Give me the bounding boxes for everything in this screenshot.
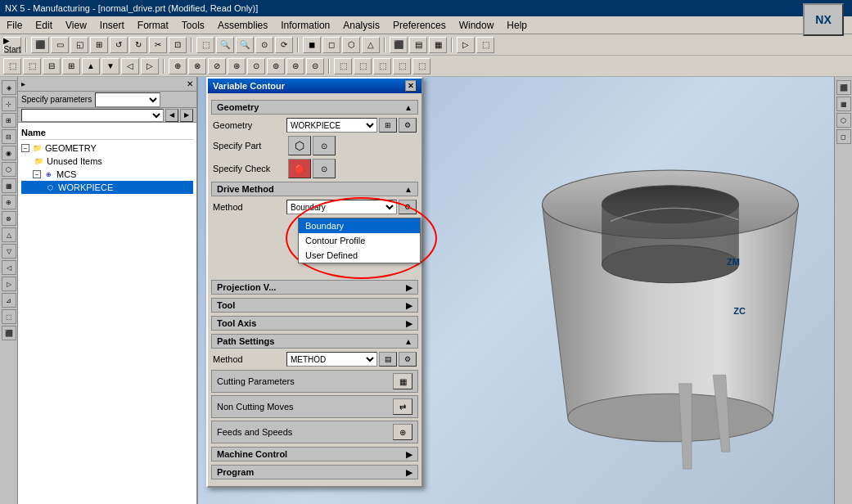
geometry-edit-btn[interactable]: ⊞ [379, 118, 397, 133]
tb2-btn-7[interactable]: ◁ [121, 58, 139, 74]
tool-axis-section-header[interactable]: Tool Axis ▶ [211, 316, 418, 331]
dropdown-boundary[interactable]: Boundary [299, 218, 420, 233]
tb2-btn-18[interactable]: ⬚ [354, 58, 372, 74]
tb2-btn-4[interactable]: ⊞ [62, 58, 80, 74]
geometry-expand[interactable]: − [21, 144, 29, 152]
tb2-btn-14[interactable]: ⊚ [267, 58, 285, 74]
menu-insert[interactable]: Insert [93, 18, 131, 33]
right-icon-1[interactable]: ⬛ [836, 80, 851, 95]
side-icon-14[interactable]: ⊿ [2, 293, 16, 308]
specify-part-btn1[interactable]: ⬡ [288, 136, 311, 155]
specify-part-btn2[interactable]: ⊙ [313, 136, 336, 155]
tb2-btn-5[interactable]: ▲ [82, 58, 100, 74]
path-method-btn1[interactable]: ▤ [379, 352, 397, 367]
tb-start[interactable]: ▶ Start [3, 37, 21, 53]
tb2-btn-10[interactable]: ⊗ [188, 58, 206, 74]
nav-combo[interactable] [21, 109, 164, 122]
specify-check-btn1[interactable]: 🔴 [288, 159, 311, 178]
machine-control-section-header[interactable]: Machine Control ▶ [211, 447, 418, 461]
tb-btn-18[interactable]: ⬛ [390, 37, 408, 53]
non-cutting-item[interactable]: Non Cutting Moves ⇄ [211, 395, 418, 418]
tb-btn-15[interactable]: ◻ [322, 37, 340, 53]
method-combo[interactable]: Boundary Contour Profile User Defined [286, 200, 397, 214]
tb-btn-21[interactable]: ▷ [457, 37, 475, 53]
dialog-titlebar[interactable]: Variable Contour ✕ [208, 79, 421, 93]
drive-method-section-header[interactable]: Drive Method ▲ [211, 182, 418, 196]
tb2-btn-9[interactable]: ⊕ [169, 58, 187, 74]
side-icon-1[interactable]: ◈ [2, 80, 16, 95]
feeds-speeds-icon[interactable]: ⊕ [393, 424, 412, 440]
side-icon-5[interactable]: ◉ [2, 146, 16, 160]
tb2-btn-13[interactable]: ⊙ [247, 58, 265, 74]
menu-file[interactable]: File [0, 18, 29, 33]
path-settings-section-header[interactable]: Path Settings ▲ [211, 334, 418, 349]
tb-btn-19[interactable]: ▤ [409, 37, 427, 53]
non-cutting-icon[interactable]: ⇄ [393, 398, 412, 415]
side-icon-13[interactable]: ▷ [2, 277, 16, 291]
path-method-combo[interactable]: METHOD [286, 352, 377, 367]
tb-btn-5[interactable]: ↺ [110, 37, 128, 53]
side-icon-9[interactable]: ⊗ [2, 211, 16, 226]
tb-btn-14[interactable]: ◼ [303, 37, 321, 53]
tree-item-workpiece[interactable]: ⬡ WORKPIECE [21, 181, 193, 194]
right-icon-2[interactable]: ▦ [836, 97, 851, 111]
menu-view[interactable]: View [59, 18, 93, 33]
menu-window[interactable]: Window [453, 18, 501, 33]
side-icon-15[interactable]: ⬚ [2, 309, 16, 324]
tb-btn-10[interactable]: 🔍 [216, 37, 234, 53]
tb2-btn-2[interactable]: ⬚ [23, 58, 41, 74]
specify-check-btn2[interactable]: ⊙ [313, 159, 336, 178]
tb-btn-17[interactable]: △ [362, 37, 380, 53]
menu-format[interactable]: Format [131, 18, 175, 33]
nav-fwd-btn[interactable]: ▶ [180, 109, 193, 122]
tree-item-unused[interactable]: 📁 Unused Items [21, 155, 193, 168]
tb2-btn-19[interactable]: ⬚ [373, 58, 391, 74]
side-icon-10[interactable]: △ [2, 227, 16, 242]
tree-close-btn[interactable]: ✕ [187, 79, 193, 88]
projection-section-header[interactable]: Projection V... ▶ [211, 280, 418, 295]
tb-btn-13[interactable]: ⟳ [275, 37, 293, 53]
side-icon-12[interactable]: ◁ [2, 260, 16, 275]
tb-btn-22[interactable]: ⬚ [476, 37, 494, 53]
side-icon-3[interactable]: ⊞ [2, 113, 16, 128]
tb2-btn-6[interactable]: ▼ [101, 58, 119, 74]
menu-preferences[interactable]: Preferences [386, 18, 453, 33]
tb-btn-9[interactable]: ⬚ [196, 37, 214, 53]
menu-assemblies[interactable]: Assemblies [211, 18, 274, 33]
tb2-btn-8[interactable]: ▷ [141, 58, 159, 74]
nav-back-btn[interactable]: ◀ [165, 109, 178, 122]
side-icon-16[interactable]: ⬛ [2, 326, 16, 340]
side-icon-8[interactable]: ⊕ [2, 195, 16, 209]
tree-item-geometry[interactable]: − 📁 GEOMETRY [21, 142, 193, 155]
tb2-btn-11[interactable]: ⊘ [208, 58, 226, 74]
tb-btn-8[interactable]: ⊡ [169, 37, 187, 53]
menu-edit[interactable]: Edit [29, 18, 59, 33]
tb-btn-6[interactable]: ↻ [129, 37, 147, 53]
side-icon-7[interactable]: ▦ [2, 178, 16, 193]
right-icon-4[interactable]: ◻ [836, 129, 851, 144]
program-section-header[interactable]: Program ▶ [211, 465, 418, 479]
geometry-prop-btn[interactable]: ⚙ [399, 118, 417, 133]
tb2-btn-20[interactable]: ⬚ [393, 58, 411, 74]
path-method-btn2[interactable]: ⚙ [399, 352, 417, 367]
method-prop-btn[interactable]: ⚙ [399, 200, 417, 214]
tb2-btn-12[interactable]: ⊛ [228, 58, 246, 74]
feeds-speeds-item[interactable]: Feeds and Speeds ⊕ [211, 421, 418, 443]
menu-information[interactable]: Information [274, 18, 336, 33]
dropdown-contour-profile[interactable]: Contour Profile [299, 233, 420, 248]
specify-params-combo[interactable] [95, 92, 160, 107]
tool-section-header[interactable]: Tool ▶ [211, 298, 418, 313]
tree-item-mcs[interactable]: − ⊕ MCS [21, 168, 193, 181]
side-icon-6[interactable]: ⬡ [2, 162, 16, 177]
dialog-close-btn[interactable]: ✕ [405, 80, 417, 92]
menu-analysis[interactable]: Analysis [336, 18, 386, 33]
tb2-btn-15[interactable]: ⊜ [286, 58, 304, 74]
tb-btn-20[interactable]: ▦ [429, 37, 447, 53]
side-icon-11[interactable]: ▽ [2, 244, 16, 259]
tb2-btn-1[interactable]: ⬚ [3, 58, 21, 74]
tb-btn-4[interactable]: ⊞ [90, 37, 108, 53]
cutting-params-icon[interactable]: ▦ [393, 373, 412, 389]
geometry-section-header[interactable]: Geometry ▲ [211, 100, 418, 115]
tb-btn-1[interactable]: ⬛ [31, 37, 49, 53]
geometry-combo[interactable]: WORKPIECE [286, 118, 377, 133]
